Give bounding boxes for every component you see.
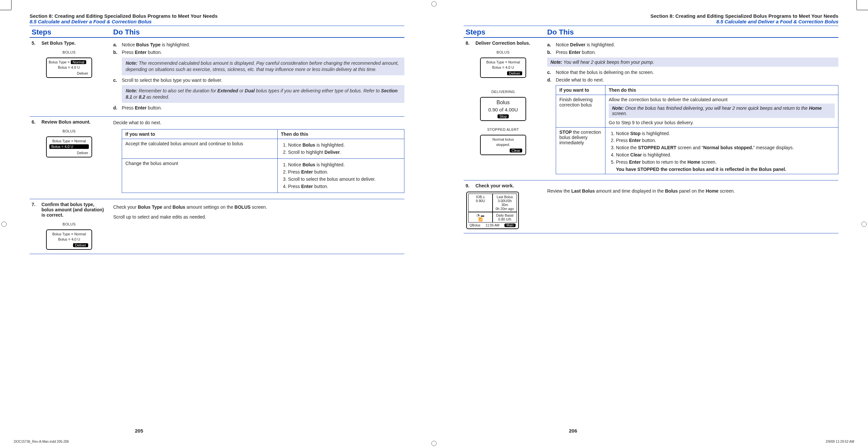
header-rule [464, 26, 838, 26]
step-8-right: a. Notice Deliver is highlighted. b. Pre… [546, 40, 838, 176]
col-steps-header: Steps [464, 28, 546, 36]
substep-letter: b. [113, 49, 122, 56]
screen-line: stopped. [481, 142, 525, 147]
pump-screen-title: BOLUS [32, 129, 106, 133]
pump-screen-bolus-type: Bolus Type = Normal Bolus = 4.0 U Delive… [46, 58, 92, 78]
table-cell: Notice Bolus is highlighted. Scroll to h… [277, 139, 404, 159]
step-title: Review Bolus amount. [41, 119, 106, 125]
pump-screen-title: BOLUS [466, 50, 540, 54]
page-205: Section 8: Creating and Editing Speciali… [0, 0, 434, 448]
step-5-row: 5. Set Bolus Type. BOLUS Bolus Type = No… [30, 38, 404, 117]
highlight-pill: Deliver [73, 243, 88, 247]
page-header-left: Section 8: Creating and Editing Speciali… [30, 13, 404, 24]
highlight-pill: Bolus = 4.0 U [49, 144, 89, 149]
note-text: The recommended calculated bolus amount … [126, 61, 399, 72]
screen-softkey: Deliver [47, 149, 91, 155]
substep-text: Notice that the bolus is delivering on t… [556, 69, 838, 76]
step-6-right: Decide what to do next. If you want toTh… [112, 119, 404, 195]
pump-screen-bolus-amount: Bolus Type = Normal Bolus = 4.0 U Delive… [46, 136, 92, 158]
mini-footer: QBolus 11:05 AM Main [468, 222, 517, 227]
substep-letter: d. [547, 77, 556, 83]
step-6-left: 6. Review Bolus amount. BOLUS Bolus Type… [30, 119, 112, 195]
table-header: Then do this [277, 130, 404, 139]
note-label: Note: [612, 105, 624, 111]
decision-table: If you want toThen do this Finish delive… [556, 85, 838, 174]
step-9-row: 9. Check your work. IOB ≥9.90U Last Bolu… [464, 180, 838, 233]
list-item: Notice Stop is highlighted. [616, 131, 835, 137]
substep-text: Notice Bolus Type is highlighted. [122, 42, 404, 48]
pump-screen-confirm: Bolus Type = Normal Bolus = 4.0 U Delive… [46, 230, 92, 250]
last-bolus-cell: Last Bolus3.00U/0h 30m0h 20m ago [493, 194, 517, 212]
screen-softkey: Stop [481, 113, 525, 118]
step-title: Confirm that bolus type, bolus amount (a… [41, 202, 106, 217]
table-header: If you want to [122, 130, 278, 139]
step-title: Check your work. [475, 183, 540, 188]
highlight-pill: Stop [497, 114, 509, 118]
paragraph: Review the Last Bolus amount and time di… [547, 188, 838, 194]
step-title: Set Bolus Type. [41, 40, 106, 46]
note-label: Note: [126, 88, 137, 93]
list-item: Notice Bolus is highlighted. [288, 162, 401, 168]
table-cell: Accept the calculated bolus amount and c… [122, 139, 278, 159]
substep-text: Notice Deliver is highlighted. [556, 42, 838, 48]
step-number: 8. [466, 40, 474, 46]
page-header-right: Section 8: Creating and Editing Speciali… [464, 13, 838, 24]
screen-line: Bolus Type = Normal [47, 231, 91, 237]
table-header: Then do this [606, 85, 838, 95]
table-cell: Allow the correction bolus to deliver th… [606, 95, 838, 127]
page-number: 206 [569, 428, 577, 434]
note-box: Note: You will hear 2 quick beeps from y… [547, 58, 838, 67]
iob-cell: IOB ≥9.90U [468, 194, 493, 212]
substep-letter: c. [547, 69, 556, 76]
step-9-right: Review the Last Bolus amount and time di… [546, 183, 838, 229]
screen-line: Bolus [481, 99, 525, 106]
screen-line: Bolus = 4.0 U [47, 237, 91, 242]
intro-text: Decide what to do next. [113, 119, 404, 126]
screen-line: Bolus Type = Normal [47, 138, 91, 144]
substep-letter: c. [113, 77, 122, 83]
pump-screen-stopped-alert: Normal bolus stopped. Clear [480, 135, 526, 155]
substep-b: b. Press Enter button. [113, 49, 404, 56]
step-number: 6. [32, 119, 40, 125]
step-9-left: 9. Check your work. IOB ≥9.90U Last Bolu… [464, 183, 546, 229]
table-row: Change the bolus amount Notice Bolus is … [122, 159, 404, 193]
step-number: 7. [32, 202, 40, 207]
screen-softkey: Deliver [481, 70, 525, 75]
screen-softkey: Clear [481, 147, 525, 152]
list-item: Scroll to select the bolus amount to del… [288, 176, 401, 182]
footer-doc-id: DOC15736_Rev-A-Man.indd 205-206 [14, 440, 69, 443]
note-box: Note: Once the bolus has finished delive… [609, 104, 835, 118]
substep-letter: b. [547, 49, 556, 56]
section-subtitle: 8.5 Calculate and Deliver a Food & Corre… [30, 19, 404, 24]
cell-text: Go to Step 9 to check your bolus deliver… [609, 120, 835, 125]
col-dothis-header: Do This [546, 28, 838, 36]
basal-cell: Daily Basal0.80 U/h [493, 212, 517, 222]
pump-screen-delivering: Bolus 0.90 of 4.00U Stop [480, 97, 526, 121]
page-206: Section 8: Creating and Editing Speciali… [434, 0, 868, 448]
highlight-pill: Deliver [507, 71, 522, 75]
substep-text: Press Enter button. [122, 49, 404, 56]
substep-a: a. Notice Deliver is highlighted. [547, 42, 838, 48]
note-box: Note: Remember to also set the duration … [122, 85, 404, 103]
step-7-row: 7. Confirm that bolus type, bolus amount… [30, 199, 404, 254]
step-7-left: 7. Confirm that bolus type, bolus amount… [30, 202, 112, 250]
section-title: Section 8: Creating and Editing Speciali… [464, 13, 838, 19]
list-item: Press Enter button to return to the Home… [616, 159, 835, 165]
substep-text: Press Enter button. [122, 105, 404, 111]
main-button-pill: Main [504, 223, 516, 227]
note-label: Note: [551, 60, 562, 65]
mini-grid: IOB ≥9.90U Last Bolus3.00U/0h 30m0h 20m … [468, 194, 517, 222]
step-6-row: 6. Review Bolus amount. BOLUS Bolus Type… [30, 117, 404, 199]
page-spread: Section 8: Creating and Editing Speciali… [0, 0, 868, 448]
screen-line: Bolus = 4.0 U [481, 65, 525, 70]
step-5-left: 5. Set Bolus Type. BOLUS Bolus Type = No… [30, 40, 112, 112]
table-row: Finish delivering correction bolus Allow… [556, 95, 838, 127]
table-cell: Change the bolus amount [122, 159, 278, 193]
decision-table: If you want toThen do this Accept the ca… [122, 129, 404, 193]
step-7-right: Check your Bolus Type and Bolus amount s… [112, 202, 404, 250]
list-item: Scroll to highlight Deliver. [288, 149, 401, 156]
step-number: 5. [32, 40, 40, 46]
final-bold-text: You have STOPPED the correction bolus an… [609, 167, 835, 172]
substep-text: Decide what to do next. [556, 77, 838, 83]
screen-line: 0.90 of 4.00U [481, 106, 525, 113]
